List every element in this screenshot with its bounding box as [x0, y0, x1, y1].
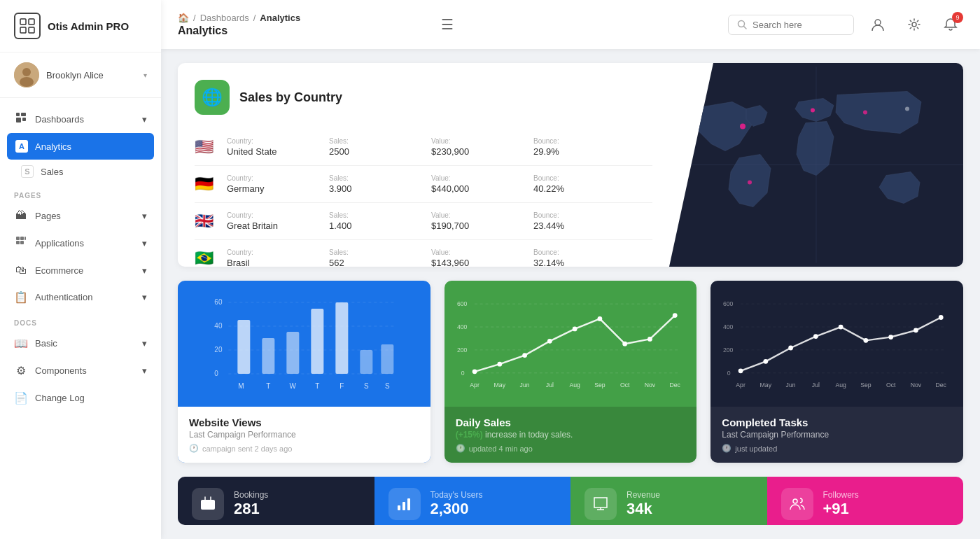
- svg-text:T: T: [266, 382, 270, 390]
- sidebar-user[interactable]: Brooklyn Alice ▾: [0, 52, 161, 98]
- today-users-label: Today's Users: [430, 490, 483, 500]
- settings-button[interactable]: [902, 12, 927, 37]
- dashboards-chevron: ▾: [142, 114, 147, 125]
- svg-text:M: M: [238, 382, 244, 390]
- flag-br: 🇧🇷: [195, 249, 216, 267]
- sidebar-item-changelog[interactable]: 📄 Change Log: [0, 384, 161, 412]
- svg-text:200: 200: [457, 346, 468, 354]
- globe-icon: 🌐: [195, 80, 230, 115]
- ecommerce-chevron: ▾: [142, 265, 147, 276]
- basic-icon: 📖: [14, 337, 28, 350]
- authentication-icon: 📋: [14, 290, 28, 304]
- svg-point-23: [863, 111, 867, 115]
- svg-rect-40: [360, 350, 372, 374]
- table-row: 🇬🇧 Country: Great Britain Sales: 1.400 V…: [195, 203, 652, 240]
- svg-rect-103: [407, 498, 410, 510]
- svg-text:May: May: [493, 382, 505, 388]
- sales-table-area: 🌐 Sales by Country 🇺🇸 Country: United St…: [178, 63, 669, 267]
- svg-point-104: [793, 499, 797, 503]
- page-title: Analytics: [178, 24, 430, 37]
- svg-point-60: [547, 339, 552, 344]
- authentication-label: Authentication: [35, 292, 135, 302]
- svg-point-63: [622, 342, 627, 346]
- svg-text:600: 600: [457, 300, 468, 307]
- search-box[interactable]: [728, 15, 854, 35]
- svg-point-62: [597, 316, 602, 321]
- svg-text:T: T: [315, 382, 319, 390]
- svg-text:Jun: Jun: [519, 382, 529, 388]
- changelog-label: Change Log: [35, 393, 147, 403]
- sidebar-item-components[interactable]: ⚙ Components ▾: [0, 357, 161, 384]
- chevron-down-icon: ▾: [144, 71, 147, 79]
- sales-label: Sales: [41, 167, 147, 177]
- svg-point-19: [912, 22, 916, 27]
- menu-icon[interactable]: ☰: [441, 16, 454, 33]
- svg-point-61: [572, 327, 577, 332]
- followers-value: +91: [823, 500, 859, 518]
- bounce-br: 32.14%: [533, 258, 624, 267]
- completed-tasks-subtitle: Last Campaign Performance: [722, 430, 952, 440]
- svg-text:0: 0: [461, 370, 464, 377]
- world-map: [669, 63, 963, 267]
- user-profile-button[interactable]: [865, 12, 890, 37]
- sales-gb: 1.400: [329, 220, 420, 231]
- sidebar-item-applications[interactable]: Applications ▾: [0, 229, 161, 257]
- completed-tasks-footer: 🕐 just updated: [722, 444, 952, 453]
- sidebar-item-basic[interactable]: 📖 Basic ▾: [0, 330, 161, 357]
- breadcrumb-sep1: /: [193, 13, 196, 23]
- svg-rect-1: [29, 19, 34, 24]
- svg-rect-14: [16, 241, 20, 244]
- country-name-br: Brasil: [227, 258, 318, 267]
- sidebar-item-analytics[interactable]: A Analytics: [7, 133, 154, 160]
- daily-sales-chart: 600 400 200 0: [444, 281, 697, 407]
- value-de: $440,000: [431, 183, 522, 194]
- svg-text:20: 20: [214, 346, 223, 354]
- stat-revenue: Revenue 34k: [570, 477, 767, 525]
- svg-point-24: [905, 107, 909, 111]
- sales-by-country-card: 🌐 Sales by Country 🇺🇸 Country: United St…: [178, 63, 963, 267]
- svg-point-64: [648, 337, 652, 342]
- svg-text:200: 200: [723, 346, 734, 354]
- sidebar-item-pages[interactable]: 🏔 Pages ▾: [0, 202, 161, 229]
- breadcrumb-dashboards[interactable]: Dashboards: [200, 13, 249, 23]
- today-users-icon-box: [388, 488, 421, 520]
- svg-text:S: S: [364, 382, 369, 390]
- bookings-icon-box: [192, 488, 224, 520]
- daily-sales-info: Daily Sales (+15%) increase in today sal…: [444, 407, 697, 463]
- svg-rect-7: [16, 113, 20, 116]
- search-input[interactable]: [752, 20, 836, 30]
- stat-bookings: Bookings 281: [178, 477, 374, 525]
- sidebar-item-authentication[interactable]: 📋 Authentication ▾: [0, 284, 161, 311]
- svg-rect-8: [21, 113, 26, 116]
- svg-text:Oct: Oct: [620, 382, 630, 388]
- pages-chevron: ▾: [142, 211, 147, 221]
- value-br: $143,960: [431, 258, 522, 267]
- bounce-gb: 23.44%: [533, 220, 624, 231]
- svg-point-20: [740, 124, 746, 130]
- svg-text:0: 0: [727, 370, 731, 377]
- svg-text:Apr: Apr: [470, 382, 479, 388]
- notifications-button[interactable]: 9: [938, 12, 963, 37]
- sidebar-item-dashboards[interactable]: Dashboards ▾: [0, 105, 161, 133]
- followers-label: Followers: [823, 490, 859, 500]
- flag-de: 🇩🇪: [195, 175, 216, 193]
- svg-text:Apr: Apr: [736, 382, 746, 388]
- analytics-label: Analytics: [35, 141, 146, 152]
- svg-rect-101: [398, 505, 400, 510]
- svg-text:Aug: Aug: [836, 382, 847, 388]
- sidebar-item-sales[interactable]: S Sales: [0, 160, 161, 183]
- sidebar-item-ecommerce[interactable]: 🛍 Ecommerce ▾: [0, 257, 161, 284]
- svg-rect-102: [402, 502, 405, 510]
- col-label-country: Country:: [227, 137, 318, 145]
- svg-text:Aug: Aug: [569, 382, 580, 388]
- svg-point-91: [939, 315, 944, 320]
- svg-text:Sep: Sep: [860, 382, 872, 388]
- svg-rect-11: [16, 237, 20, 240]
- svg-point-87: [839, 325, 844, 330]
- svg-text:400: 400: [723, 323, 734, 330]
- completed-tasks-chart: 600 400 200 0: [710, 281, 963, 407]
- completed-tasks-info: Completed Tasks Last Campaign Performanc…: [710, 407, 963, 463]
- table-row: 🇧🇷 Country: Brasil Sales: 562 Value: $14…: [195, 240, 652, 267]
- svg-text:Oct: Oct: [886, 382, 896, 388]
- svg-text:Jun: Jun: [786, 382, 796, 388]
